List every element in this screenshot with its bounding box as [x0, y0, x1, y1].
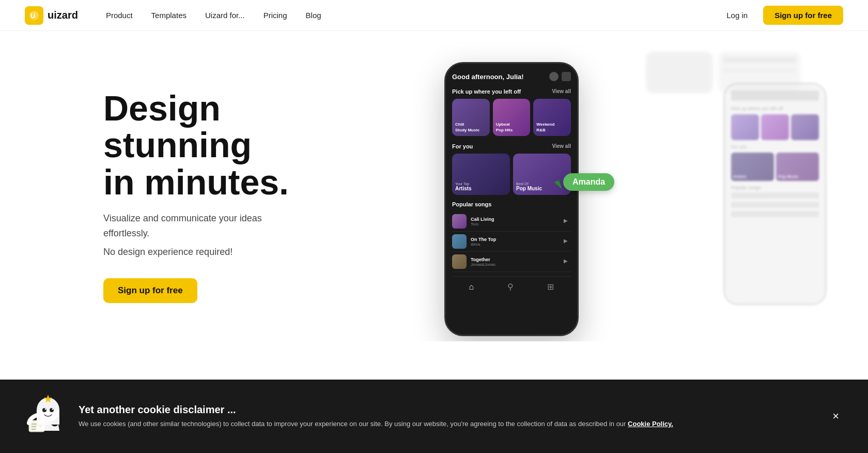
headline-line1: Design stunning — [103, 88, 252, 164]
for-you-cards: Your Top Artists Best Of Pop Music — [452, 154, 571, 195]
music-cards-row: ChillStudy Music UpbeatPop Hits WeekendR… — [452, 99, 571, 136]
logo-icon: U — [25, 6, 43, 25]
cookie-text: We use cookies (and other similar techno… — [79, 419, 816, 429]
nav-templates[interactable]: Templates — [144, 7, 194, 24]
cookie-ghost — [25, 392, 66, 441]
svg-point-11 — [52, 409, 54, 410]
library-nav-icon: ⊞ — [547, 282, 554, 292]
nav-product[interactable]: Product — [99, 7, 140, 24]
pick-up-section-title: Pick up where you left off View all — [452, 88, 571, 95]
hero-cta-button[interactable]: Sign up for free — [103, 278, 197, 303]
ghost-svg — [25, 392, 66, 439]
song-item-3: Together Jonas&Jonas ▶ — [452, 252, 571, 272]
nav-pricing[interactable]: Pricing — [256, 7, 295, 24]
music-card-weekend: WeekendR&B — [533, 99, 571, 136]
music-card-upbeat: UpbeatPop Hits — [493, 99, 531, 136]
phone-bottom-nav: ⌂ ⚲ ⊞ — [452, 276, 571, 294]
svg-text:U: U — [30, 12, 35, 20]
signup-button-nav[interactable]: Sign up for free — [763, 6, 843, 25]
cookie-title: Yet another cookie disclaimer ... — [79, 404, 816, 416]
for-you-section-title: For you View all — [452, 143, 571, 149]
play-icon-2: ▶ — [564, 238, 571, 245]
phone-greeting: Good afternoon, Julia! — [452, 73, 524, 81]
hero-sub2: No design experience required! — [103, 245, 372, 260]
phone-mockup-bg: Pick up where you left off For you Artis… — [723, 83, 827, 305]
logo-link[interactable]: U uizard — [25, 6, 78, 25]
hero-section: Design stunning in minutes. Visualize an… — [0, 31, 868, 341]
song-item-2: On The Top Alma ▶ — [452, 232, 571, 252]
nav-blog[interactable]: Blog — [299, 7, 329, 24]
fy-card-artists: Your Top Artists — [452, 154, 510, 195]
search-nav-icon: ⚲ — [507, 282, 514, 292]
phone-mockup-main: Good afternoon, Julia! Pick up where you… — [444, 62, 579, 336]
cookie-banner: Yet another cookie disclaimer ... We use… — [0, 380, 868, 453]
songs-list: Cali Living Tom ▶ On The Top Alma ▶ — [452, 212, 571, 272]
logo-text: uizard — [48, 9, 78, 21]
blur-card-1 — [646, 52, 713, 93]
cookie-content: Yet another cookie disclaimer ... We use… — [79, 404, 816, 429]
cookie-policy-link[interactable]: Cookie Policy. — [628, 420, 673, 428]
hero-visuals: Good afternoon, Julia! Pick up where you… — [403, 52, 816, 341]
music-card-chill: ChillStudy Music — [452, 99, 490, 136]
svg-point-10 — [45, 409, 47, 410]
nav-right: Log in Sign up for free — [717, 6, 843, 25]
home-nav-icon: ⌂ — [469, 282, 474, 292]
nav-uizard-for[interactable]: Uizard for... — [198, 7, 252, 24]
hero-sub1: Visualize and communicate your ideas eff… — [103, 211, 372, 241]
headline-line2: in minutes. — [103, 162, 289, 202]
svg-rect-7 — [37, 410, 59, 425]
song-item-1: Cali Living Tom ▶ — [452, 212, 571, 232]
nav-links: Product Templates Uizard for... Pricing … — [99, 7, 329, 24]
hero-headline: Design stunning in minutes. — [103, 90, 372, 201]
hero-text: Design stunning in minutes. Visualize an… — [103, 90, 372, 304]
amanda-tooltip: Amanda — [563, 173, 614, 191]
play-icon-3: ▶ — [564, 258, 571, 265]
login-button[interactable]: Log in — [717, 7, 757, 24]
cookie-close-button[interactable]: × — [828, 405, 843, 427]
fy-card-pop: Best Of Pop Music — [513, 154, 571, 195]
navbar: U uizard Product Templates Uizard for...… — [0, 0, 868, 31]
nav-left: U uizard Product Templates Uizard for...… — [25, 6, 329, 25]
play-icon-1: ▶ — [564, 218, 571, 225]
popular-songs-title: Popular songs — [452, 201, 571, 207]
